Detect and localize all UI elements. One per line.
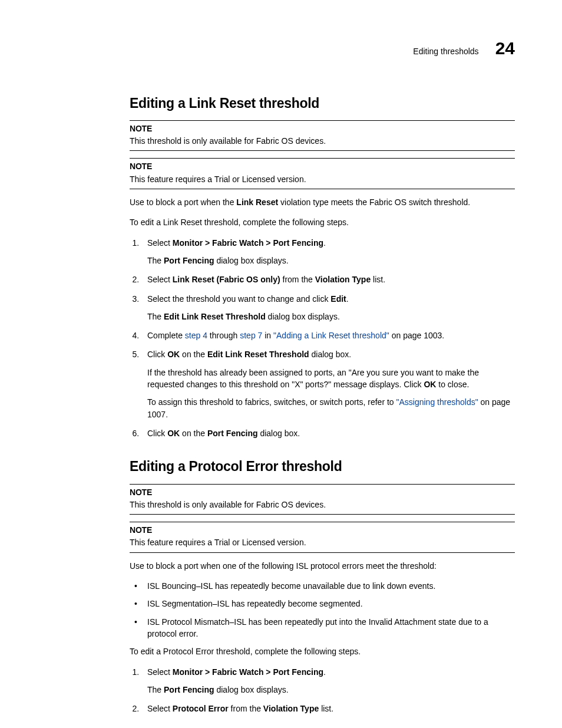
substep: The Edit Link Reset Threshold dialog box… <box>147 311 515 322</box>
note-block: NOTE This feature requires a Trial or Li… <box>130 522 515 553</box>
text: violation type meets the Fabric OS switc… <box>278 197 470 207</box>
note-body: This feature requires a Trial or License… <box>130 173 515 187</box>
text: The <box>147 312 164 321</box>
text: . <box>346 294 349 304</box>
text: list. <box>371 275 385 284</box>
note-block: NOTE This threshold is only available fo… <box>130 120 515 151</box>
text: on the <box>180 350 207 359</box>
list-item: ISL Protocol Mismatch–ISL has been repea… <box>130 616 515 640</box>
text: . <box>323 238 326 248</box>
note-label: NOTE <box>130 121 515 135</box>
note-block: NOTE This threshold is only available fo… <box>130 484 515 515</box>
list-item: ISL Bouncing–ISL has repeatedly become u… <box>130 580 515 592</box>
menu-path: Monitor > Fabric Watch > Port Fencing <box>173 667 323 677</box>
substep: The Port Fencing dialog box displays. <box>147 255 515 266</box>
text: dialog box displays. <box>266 312 340 321</box>
text: To assign this threshold to fabrics, swi… <box>147 397 396 407</box>
cross-ref-link[interactable]: "Assigning thresholds" <box>396 397 478 407</box>
list-item: ISL Segmentation–ISL has repeatedly beco… <box>130 598 515 610</box>
paragraph: To edit a Link Reset threshold, complete… <box>130 216 515 228</box>
step-item: Click OK on the Edit Link Reset Threshol… <box>141 348 515 420</box>
section-protocol-error: Editing a Protocol Error threshold NOTE … <box>130 457 515 714</box>
substep: To assign this threshold to fabrics, swi… <box>147 396 515 420</box>
heading-link-reset: Editing a Link Reset threshold <box>130 94 515 113</box>
paragraph: Use to block a port when one of the foll… <box>130 560 515 572</box>
substep: If the threshold has already been assign… <box>147 367 515 391</box>
text: dialog box displays. <box>214 256 289 265</box>
text: from the <box>229 704 263 713</box>
paragraph: Use to block a port when the Link Reset … <box>130 196 515 208</box>
ordered-steps: Select Monitor > Fabric Watch > Port Fen… <box>130 666 515 715</box>
note-label: NOTE <box>130 159 515 173</box>
text: . <box>323 667 326 677</box>
text: Select <box>147 667 173 677</box>
dialog-name: Port Fencing <box>207 429 258 438</box>
bold-term: Link Reset <box>236 197 278 207</box>
text: in <box>262 331 273 340</box>
text: Click <box>147 429 167 438</box>
field-name: Violation Type <box>315 275 371 284</box>
step-item: Click OK on the Port Fencing dialog box. <box>141 427 515 439</box>
cross-ref-link[interactable]: "Adding a Link Reset threshold" <box>273 331 389 340</box>
ordered-steps: Select Monitor > Fabric Watch > Port Fen… <box>130 237 515 440</box>
text: dialog box displays. <box>214 685 289 694</box>
field-name: Violation Type <box>263 704 319 713</box>
button-name: Edit <box>330 294 346 304</box>
text: dialog box. <box>309 350 352 359</box>
note-body: This threshold is only available for Fab… <box>130 135 515 149</box>
note-block: NOTE This feature requires a Trial or Li… <box>130 158 515 189</box>
button-name: OK <box>424 380 436 389</box>
step-item: Select Link Reset (Fabric OS only) from … <box>141 274 515 285</box>
cross-ref-link[interactable]: step 7 <box>240 331 262 340</box>
heading-protocol-error: Editing a Protocol Error threshold <box>130 457 515 476</box>
text: Select the threshold you want to change … <box>147 294 330 304</box>
step-item: Select Monitor > Fabric Watch > Port Fen… <box>141 237 515 267</box>
text: The <box>147 685 164 694</box>
text: Select <box>147 238 173 248</box>
text: from the <box>280 275 315 284</box>
text: Complete <box>147 331 185 340</box>
note-body: This threshold is only available for Fab… <box>130 499 515 513</box>
option-name: Protocol Error <box>173 704 229 713</box>
text: Select <box>147 275 173 284</box>
text: Click <box>147 350 167 359</box>
step-item: Complete step 4 through step 7 in "Addin… <box>141 330 515 341</box>
text: to close. <box>436 380 469 389</box>
option-name: Link Reset (Fabric OS only) <box>173 275 280 284</box>
text: dialog box. <box>258 429 300 438</box>
text: list. <box>319 704 333 713</box>
step-item: Select the threshold you want to change … <box>141 293 515 323</box>
text: through <box>207 331 240 340</box>
dialog-name: Edit Link Reset Threshold <box>164 312 266 321</box>
note-label: NOTE <box>130 522 515 536</box>
text: Select <box>147 704 173 713</box>
menu-path: Monitor > Fabric Watch > Port Fencing <box>173 238 323 248</box>
button-name: OK <box>167 429 180 438</box>
header-chapter-number: 24 <box>495 35 515 61</box>
text: Use to block a port when the <box>130 197 236 207</box>
step-item: Select Protocol Error from the Violation… <box>141 703 515 714</box>
step-item: Select Monitor > Fabric Watch > Port Fen… <box>141 666 515 696</box>
cross-ref-link[interactable]: step 4 <box>185 331 207 340</box>
dialog-name: Edit Link Reset Threshold <box>207 350 309 359</box>
text: on page 1003. <box>389 331 444 340</box>
page: Editing thresholds 24 Editing a Link Res… <box>0 0 562 728</box>
dialog-name: Port Fencing <box>164 256 214 265</box>
bullet-list: ISL Bouncing–ISL has repeatedly become u… <box>130 580 515 640</box>
header-section-title: Editing thresholds <box>413 45 478 57</box>
substep: The Port Fencing dialog box displays. <box>147 684 515 696</box>
paragraph: To edit a Protocol Error threshold, comp… <box>130 645 515 657</box>
dialog-name: Port Fencing <box>164 685 214 694</box>
running-header: Editing thresholds 24 <box>130 35 515 61</box>
note-label: NOTE <box>130 485 515 499</box>
text: on the <box>180 429 207 438</box>
note-body: This feature requires a Trial or License… <box>130 536 515 551</box>
section-link-reset: Editing a Link Reset threshold NOTE This… <box>130 94 515 440</box>
button-name: OK <box>167 350 180 359</box>
text: The <box>147 256 164 265</box>
